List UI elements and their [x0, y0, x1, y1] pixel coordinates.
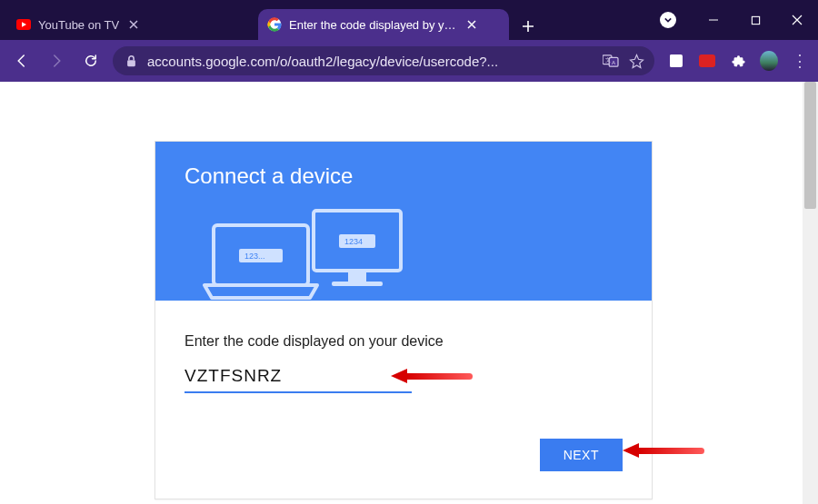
- close-icon[interactable]: [126, 17, 141, 32]
- annotation-arrow: [391, 369, 473, 383]
- tab-title: Enter the code displayed by your: [289, 18, 457, 32]
- connect-device-card: Connect a device 123... 1234 Ent: [155, 141, 653, 499]
- tab-strip: YouTube on TV Enter the code displayed b…: [7, 0, 542, 40]
- reading-list-icon[interactable]: [667, 52, 685, 70]
- scrollbar-thumb[interactable]: [804, 82, 816, 209]
- forward-button[interactable]: [44, 48, 69, 74]
- laptop-code-illus: 123...: [244, 252, 265, 261]
- profile-avatar[interactable]: [760, 52, 778, 70]
- new-tab-button[interactable]: [514, 13, 542, 40]
- extension-icons: ⋮: [663, 52, 809, 70]
- page-viewport: Connect a device 123... 1234 Ent: [0, 82, 818, 504]
- extensions-puzzle-icon[interactable]: [729, 52, 747, 70]
- form-area: Enter the code displayed on your device …: [155, 301, 652, 499]
- svg-text:文: 文: [605, 56, 611, 63]
- back-button[interactable]: [9, 48, 35, 74]
- device-code-input[interactable]: [185, 364, 412, 393]
- annotation-arrow: [623, 443, 704, 458]
- svg-rect-9: [670, 54, 675, 67]
- url-text: accounts.google.com/o/oauth2/legacy/devi…: [147, 54, 594, 69]
- lock-icon: [122, 54, 140, 67]
- tab-title: YouTube on TV: [38, 18, 119, 32]
- close-icon[interactable]: [464, 17, 479, 32]
- vertical-scrollbar[interactable]: [803, 82, 818, 504]
- reload-button[interactable]: [78, 48, 104, 74]
- tab-youtube[interactable]: YouTube on TV: [7, 9, 258, 40]
- address-bar[interactable]: accounts.google.com/o/oauth2/legacy/devi…: [113, 46, 654, 75]
- svg-rect-14: [332, 282, 383, 286]
- card-banner: Connect a device 123... 1234: [155, 142, 652, 301]
- banner-title: Connect a device: [185, 163, 623, 189]
- svg-rect-3: [127, 60, 135, 66]
- star-icon[interactable]: [627, 54, 645, 69]
- svg-rect-10: [699, 54, 715, 67]
- code-prompt: Enter the code displayed on your device: [185, 333, 623, 350]
- browser-toolbar: accounts.google.com/o/oauth2/legacy/devi…: [0, 40, 818, 82]
- monitor-code-illus: 1234: [344, 237, 363, 246]
- svg-rect-13: [348, 271, 366, 282]
- devices-illustration: 123... 1234: [185, 205, 623, 305]
- svg-rect-2: [752, 16, 759, 24]
- google-icon: [267, 17, 282, 32]
- translate-icon[interactable]: 文A: [602, 54, 620, 68]
- close-window-button[interactable]: [776, 0, 818, 40]
- tab-google-device[interactable]: Enter the code displayed by your: [258, 9, 509, 40]
- extension-red-icon[interactable]: [698, 52, 716, 70]
- youtube-icon: [16, 17, 31, 32]
- window-controls: [651, 0, 818, 40]
- next-button[interactable]: NEXT: [540, 439, 623, 471]
- maximize-button[interactable]: [734, 0, 776, 40]
- chevron-down-icon[interactable]: [660, 12, 676, 28]
- minimize-button[interactable]: [693, 0, 734, 40]
- browser-titlebar: YouTube on TV Enter the code displayed b…: [0, 0, 818, 40]
- kebab-menu-icon[interactable]: ⋮: [791, 52, 809, 70]
